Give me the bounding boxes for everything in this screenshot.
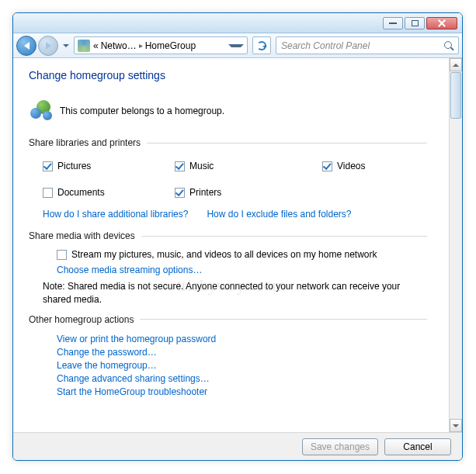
- cancel-button[interactable]: Cancel: [384, 438, 451, 455]
- refresh-button[interactable]: [252, 36, 271, 54]
- checkbox-icon: [175, 161, 185, 171]
- link-troubleshooter[interactable]: Start the HomeGroup troubleshooter: [57, 386, 427, 397]
- footer: Save changes Cancel: [13, 432, 462, 460]
- checkbox-music[interactable]: Music: [175, 161, 322, 171]
- link-media-streaming-options[interactable]: Choose media streaming options…: [57, 265, 202, 275]
- chevron-right-icon: ▸: [137, 41, 145, 50]
- refresh-icon: [257, 41, 266, 50]
- link-change-password[interactable]: Change the password…: [57, 347, 427, 358]
- maximize-button[interactable]: [405, 17, 425, 29]
- note-text: Note: Shared media is not secure. Anyone…: [29, 277, 427, 314]
- section-share-libraries: Share libraries and printers: [29, 137, 427, 148]
- minimize-button[interactable]: [383, 17, 403, 29]
- checkbox-icon: [43, 188, 53, 198]
- checkbox-icon: [175, 188, 185, 198]
- scrollbar-track[interactable]: [450, 119, 462, 419]
- page-title: Change homegroup settings: [29, 69, 427, 81]
- breadcrumb-item[interactable]: HomeGroup: [145, 40, 196, 51]
- breadcrumb-item[interactable]: Netwo…: [101, 40, 137, 51]
- vertical-scrollbar[interactable]: [449, 58, 462, 432]
- checkbox-stream-media[interactable]: Stream my pictures, music, and videos to…: [57, 249, 427, 260]
- chevron-down-icon: [453, 424, 459, 427]
- network-icon: [78, 40, 90, 52]
- homegroup-status: This computer belongs to a homegroup.: [29, 99, 427, 123]
- scroll-up-button[interactable]: [450, 58, 462, 71]
- arrow-left-icon: [24, 42, 30, 50]
- checkbox-printers[interactable]: Printers: [175, 187, 322, 198]
- checkbox-videos[interactable]: Videos: [322, 161, 427, 171]
- checkbox-icon: [43, 161, 53, 171]
- titlebar: [13, 13, 462, 33]
- checkbox-pictures[interactable]: Pictures: [43, 161, 175, 171]
- forward-button[interactable]: [38, 36, 58, 56]
- search-icon: [444, 41, 453, 50]
- section-other-actions: Other homegroup actions: [29, 314, 427, 325]
- link-share-additional[interactable]: How do I share additional libraries?: [43, 209, 188, 220]
- control-panel-window: « Netwo… ▸ HomeGroup Search Control Pane…: [12, 12, 463, 461]
- arrow-right-icon: [46, 42, 51, 50]
- back-button[interactable]: [16, 36, 36, 56]
- search-input[interactable]: Search Control Panel: [276, 36, 459, 54]
- checkbox-icon: [57, 250, 67, 260]
- breadcrumb-prefix: «: [93, 40, 99, 51]
- save-changes-button[interactable]: Save changes: [302, 438, 378, 455]
- link-advanced-sharing[interactable]: Change advanced sharing settings…: [57, 373, 427, 384]
- checkbox-icon: [322, 161, 332, 171]
- link-view-password[interactable]: View or print the homegroup password: [57, 334, 427, 344]
- history-dropdown-icon[interactable]: [63, 44, 69, 47]
- search-placeholder: Search Control Panel: [281, 40, 370, 51]
- homegroup-icon: [29, 99, 54, 123]
- scroll-down-button[interactable]: [450, 419, 462, 432]
- navigation-bar: « Netwo… ▸ HomeGroup Search Control Pane…: [13, 33, 462, 58]
- breadcrumb[interactable]: « Netwo… ▸ HomeGroup: [74, 36, 248, 54]
- status-text: This computer belongs to a homegroup.: [60, 106, 224, 116]
- link-leave-homegroup[interactable]: Leave the homegroup…: [57, 360, 427, 371]
- checkbox-documents[interactable]: Documents: [43, 187, 175, 198]
- link-exclude-files[interactable]: How do I exclude files and folders?: [207, 209, 351, 220]
- content-area: trickyways.com Change homegroup settings…: [13, 58, 449, 432]
- section-share-media: Share media with devices: [29, 230, 427, 241]
- breadcrumb-dropdown-icon[interactable]: [228, 44, 244, 47]
- chevron-up-icon: [453, 64, 459, 67]
- close-button[interactable]: [426, 17, 457, 29]
- scrollbar-thumb[interactable]: [450, 72, 461, 119]
